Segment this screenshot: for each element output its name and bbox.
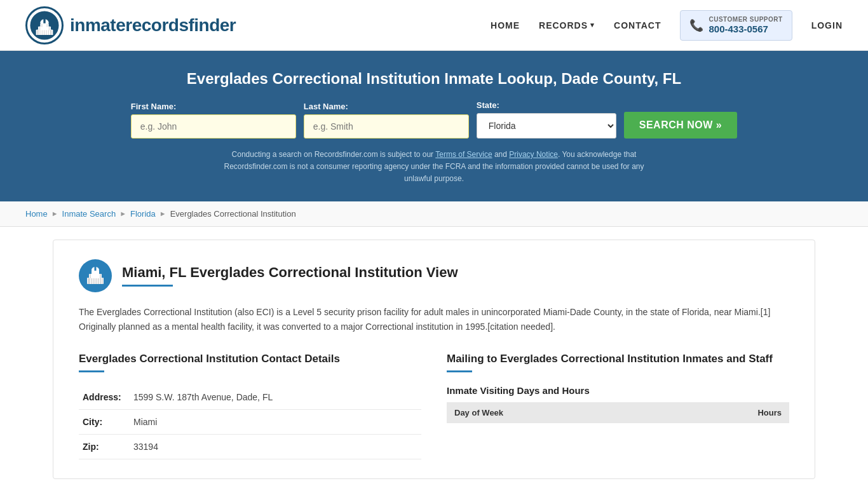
nav-contact[interactable]: CONTACT xyxy=(614,20,661,30)
breadcrumb-state[interactable]: Florida xyxy=(130,209,156,219)
mailing-section-title: Mailing to Everglades Correctional Insti… xyxy=(447,353,789,365)
nav-records[interactable]: RECORDS ▾ xyxy=(539,20,595,30)
svg-rect-25 xyxy=(102,278,103,284)
breadcrumb-home[interactable]: Home xyxy=(25,209,48,219)
title-underline xyxy=(122,285,173,287)
contact-row: City:Miami xyxy=(79,410,421,435)
nav-login[interactable]: LOGIN xyxy=(811,20,843,30)
contact-label: Address: xyxy=(79,385,130,410)
contact-label: Zip: xyxy=(79,435,130,459)
breadcrumb-sep-3: ► xyxy=(159,210,166,217)
mailing-underline xyxy=(447,370,472,372)
breadcrumb-sep-2: ► xyxy=(119,210,126,217)
last-name-group: Last Name: xyxy=(304,102,469,139)
svg-rect-30 xyxy=(93,278,93,284)
breadcrumb: Home ► Inmate Search ► Florida ► Evergla… xyxy=(0,201,868,227)
support-label: CUSTOMER SUPPORT xyxy=(709,16,782,24)
support-button[interactable]: 📞 CUSTOMER SUPPORT 800-433-0567 xyxy=(680,10,792,41)
svg-rect-32 xyxy=(97,278,97,284)
svg-rect-10 xyxy=(41,24,43,27)
breadcrumb-current: Everglades Correctional Institution xyxy=(170,209,296,219)
hero-section: Everglades Correctional Institution Inma… xyxy=(0,51,868,201)
logo-area: inmaterecordsfinder xyxy=(25,6,236,44)
contact-table: Address:1599 S.W. 187th Avenue, Dade, FL… xyxy=(79,385,421,459)
svg-rect-31 xyxy=(95,278,95,284)
breadcrumb-sep-1: ► xyxy=(51,210,58,217)
svg-rect-23 xyxy=(95,267,97,271)
last-name-label: Last Name: xyxy=(304,102,469,111)
contact-underline xyxy=(79,370,104,372)
svg-rect-17 xyxy=(48,30,49,35)
svg-rect-24 xyxy=(88,278,89,284)
svg-rect-12 xyxy=(37,30,38,35)
description: The Everglades Correctional Institution … xyxy=(79,305,789,336)
logo-icon xyxy=(25,6,64,44)
first-name-label: First Name: xyxy=(131,102,296,111)
contact-row: Address:1599 S.W. 187th Avenue, Dade, FL xyxy=(79,385,421,410)
nav-home[interactable]: HOME xyxy=(491,20,520,30)
search-button[interactable]: SEARCH NOW » xyxy=(624,112,737,139)
hero-title: Everglades Correctional Institution Inma… xyxy=(25,70,843,88)
svg-rect-16 xyxy=(46,30,47,35)
state-select[interactable]: Florida Alabama Alaska Arizona Californi… xyxy=(477,113,616,139)
hero-disclaimer: Conducting a search on Recordsfinder.com… xyxy=(212,149,656,186)
institution-icon xyxy=(79,259,112,292)
contact-value: 1599 S.W. 187th Avenue, Dade, FL xyxy=(130,385,421,410)
visiting-section-title: Inmate Visiting Days and Hours xyxy=(447,385,789,396)
privacy-link[interactable]: Privacy Notice xyxy=(509,150,558,159)
contact-value: 33194 xyxy=(130,435,421,459)
svg-rect-9 xyxy=(49,26,50,30)
mailing-column: Mailing to Everglades Correctional Insti… xyxy=(447,353,789,459)
visiting-col-day: Day of Week xyxy=(447,402,660,423)
last-name-input[interactable] xyxy=(304,114,469,139)
svg-rect-27 xyxy=(100,274,101,278)
svg-rect-33 xyxy=(98,278,99,284)
svg-rect-26 xyxy=(90,274,91,278)
svg-rect-8 xyxy=(39,26,41,30)
main-content: Miami, FL Everglades Correctional Instit… xyxy=(27,240,841,480)
first-name-input[interactable] xyxy=(131,114,296,139)
svg-rect-29 xyxy=(91,278,92,284)
visiting-col-hours: Hours xyxy=(660,402,789,423)
contact-row: Zip:33194 xyxy=(79,435,421,459)
card-title-block: Miami, FL Everglades Correctional Instit… xyxy=(122,264,458,287)
card-title: Miami, FL Everglades Correctional Instit… xyxy=(122,264,458,281)
svg-rect-11 xyxy=(46,24,48,27)
visiting-table-header-row: Day of Week Hours xyxy=(447,402,789,423)
chevron-down-icon: ▾ xyxy=(590,21,595,29)
svg-rect-15 xyxy=(44,30,44,35)
contact-value: Miami xyxy=(130,410,421,435)
state-group: State: Florida Alabama Alaska Arizona Ca… xyxy=(477,100,616,139)
tos-link[interactable]: Terms of Service xyxy=(435,150,492,159)
state-label: State: xyxy=(477,100,616,110)
svg-rect-18 xyxy=(50,30,51,35)
support-number: 800-433-0567 xyxy=(709,24,782,35)
svg-rect-5 xyxy=(43,19,45,24)
visiting-table: Day of Week Hours xyxy=(447,402,789,423)
contact-column: Everglades Correctional Institution Cont… xyxy=(79,353,421,459)
first-name-group: First Name: xyxy=(131,102,296,139)
card-header: Miami, FL Everglades Correctional Instit… xyxy=(79,259,789,292)
logo-text: inmaterecordsfinder xyxy=(70,15,236,36)
svg-rect-28 xyxy=(89,278,90,284)
search-form: First Name: Last Name: State: Florida Al… xyxy=(25,100,843,139)
phone-icon: 📞 xyxy=(689,18,703,32)
site-header: inmaterecordsfinder HOME RECORDS ▾ CONTA… xyxy=(0,0,868,51)
content-card: Miami, FL Everglades Correctional Instit… xyxy=(53,240,815,480)
contact-label: City: xyxy=(79,410,130,435)
contact-section-title: Everglades Correctional Institution Cont… xyxy=(79,353,421,365)
svg-rect-14 xyxy=(42,30,43,35)
two-column-layout: Everglades Correctional Institution Cont… xyxy=(79,353,789,459)
svg-rect-34 xyxy=(100,278,101,284)
breadcrumb-inmate-search[interactable]: Inmate Search xyxy=(62,209,116,219)
svg-rect-13 xyxy=(40,30,41,35)
main-nav: HOME RECORDS ▾ CONTACT 📞 CUSTOMER SUPPOR… xyxy=(491,10,843,41)
